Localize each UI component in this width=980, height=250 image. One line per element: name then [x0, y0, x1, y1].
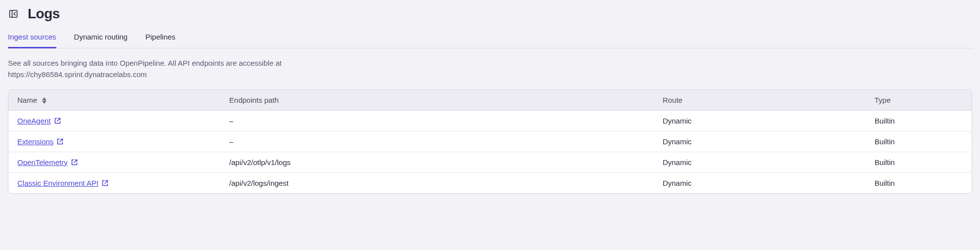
- endpoints-path-cell: /api/v2/logs/ingest: [221, 172, 654, 193]
- tab-dynamic-routing[interactable]: Dynamic routing: [74, 29, 128, 48]
- source-name: Classic Environment API: [17, 179, 98, 187]
- page-header: Logs: [8, 6, 972, 22]
- source-link[interactable]: OneAgent: [17, 117, 61, 125]
- column-header-name[interactable]: Name: [8, 90, 221, 111]
- tab-pipelines[interactable]: Pipelines: [145, 29, 176, 48]
- column-header-type[interactable]: Type: [866, 90, 972, 111]
- svg-rect-0: [10, 10, 17, 17]
- table-row: OneAgent–DynamicBuiltin: [8, 110, 972, 131]
- source-name: OneAgent: [17, 117, 51, 125]
- tabs: Ingest sources Dynamic routing Pipelines: [8, 29, 972, 48]
- panel-collapse-left-icon: [9, 9, 18, 18]
- table-row: Extensions–DynamicBuiltin: [8, 131, 972, 152]
- description-line2: https://chy86584.sprint.dynatracelabs.co…: [8, 70, 147, 79]
- description: See all sources bringing data into OpenP…: [8, 57, 344, 81]
- source-link[interactable]: Classic Environment API: [17, 179, 109, 187]
- ingest-sources-table: Name Endpoints path Route Type OneAgent–…: [8, 89, 972, 194]
- type-cell: Builtin: [866, 110, 972, 131]
- external-link-icon: [101, 179, 109, 187]
- source-name: Extensions: [17, 137, 53, 146]
- source-link[interactable]: Extensions: [17, 137, 64, 146]
- route-cell: Dynamic: [654, 110, 866, 131]
- description-line1: See all sources bringing data into OpenP…: [8, 59, 282, 67]
- route-cell: Dynamic: [654, 152, 866, 172]
- column-header-name-label: Name: [17, 96, 37, 104]
- collapse-sidebar-button[interactable]: [8, 8, 19, 19]
- page-title: Logs: [28, 6, 60, 22]
- table-row: OpenTelemetry/api/v2/otlp/v1/logsDynamic…: [8, 152, 972, 172]
- endpoints-path-cell: /api/v2/otlp/v1/logs: [221, 152, 654, 172]
- type-cell: Builtin: [866, 131, 972, 152]
- column-header-endpoints[interactable]: Endpoints path: [221, 90, 654, 111]
- type-cell: Builtin: [866, 172, 972, 193]
- route-cell: Dynamic: [654, 172, 866, 193]
- route-cell: Dynamic: [654, 131, 866, 152]
- source-link[interactable]: OpenTelemetry: [17, 158, 78, 167]
- type-cell: Builtin: [866, 152, 972, 172]
- external-link-icon: [56, 138, 64, 145]
- external-link-icon: [71, 159, 78, 166]
- column-header-route[interactable]: Route: [654, 90, 866, 111]
- sort-icon: [42, 97, 46, 104]
- source-name: OpenTelemetry: [17, 158, 68, 167]
- endpoints-path-cell: –: [221, 131, 654, 152]
- table-header-row: Name Endpoints path Route Type: [8, 90, 972, 111]
- table-row: Classic Environment API/api/v2/logs/inge…: [8, 172, 972, 193]
- endpoints-path-cell: –: [221, 110, 654, 131]
- external-link-icon: [54, 117, 61, 125]
- tab-ingest-sources[interactable]: Ingest sources: [8, 29, 56, 48]
